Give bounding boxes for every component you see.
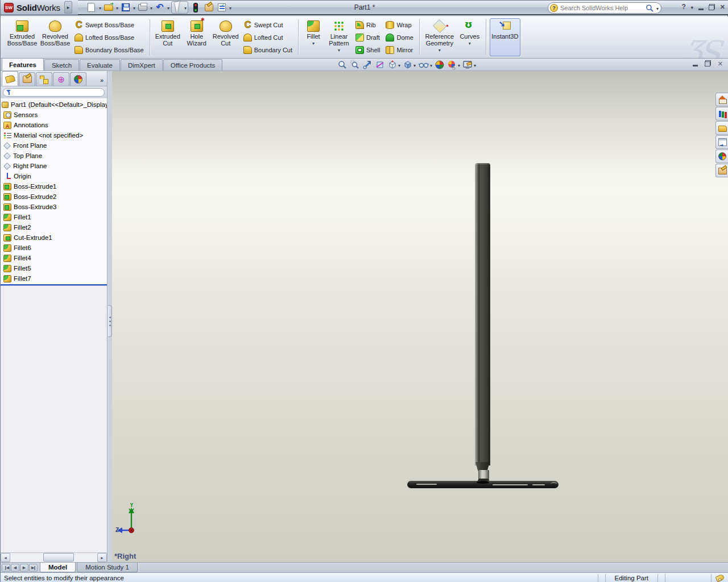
first-tab-button[interactable] [2,564,10,572]
hide-show-caret-icon[interactable] [430,61,432,68]
shell-button[interactable]: Shell [353,44,382,56]
panel-more-chevron-icon[interactable] [100,77,106,86]
select-caret-icon[interactable] [184,4,187,11]
model-stand-base[interactable] [407,481,559,488]
edit-appearance-button[interactable] [435,60,445,70]
select-tool-group[interactable] [171,1,188,14]
splitter-collapse-handle[interactable] [108,305,112,337]
swept-boss-button[interactable]: Swept Boss/Base [72,19,146,31]
lofted-cut-button[interactable]: Lofted Cut [241,31,295,43]
tree-item-material[interactable]: Material <not specified> [1,130,107,140]
hole-wizard-button[interactable]: Hole Wizard [183,18,210,56]
tree-item-origin[interactable]: Origin [1,171,107,181]
options-caret-icon[interactable] [229,4,231,11]
wrap-button[interactable]: Wrap [383,19,415,31]
tab-evaluate[interactable]: Evaluate [80,59,120,70]
rib-button[interactable]: Rib [353,19,382,31]
hide-show-items-button[interactable] [418,60,432,70]
tree-item-boss-extrude1[interactable]: Boss-Extrude1 [1,181,107,192]
last-tab-button[interactable] [29,564,38,572]
revolved-cut-button[interactable]: Revolved Cut [212,18,240,56]
dome-button[interactable]: Dome [383,31,415,43]
tree-item-cut-extrude1[interactable]: Cut-Extrude1 [1,232,107,243]
help-search-box[interactable] [548,2,661,14]
options-button[interactable] [216,2,228,13]
tree-item-annotations[interactable]: Annotations [1,120,107,130]
section-view-button[interactable] [375,60,385,70]
tree-item-fillet1[interactable]: Fillet1 [1,212,107,222]
tree-root-part[interactable]: Part1 (Default<<Default>_Display [1,99,107,110]
fillet-button[interactable]: Fillet [302,18,325,56]
help-caret-icon[interactable] [691,3,693,10]
featuremanager-tab[interactable] [2,71,18,86]
next-tab-button[interactable] [20,564,28,572]
file-properties-button[interactable] [203,2,214,13]
undo-button[interactable] [154,2,166,13]
print-button[interactable] [137,2,148,13]
tree-item-right-plane[interactable]: Right Plane [1,161,107,171]
instant3d-button[interactable]: Instant3D [490,18,520,56]
configurationmanager-tab[interactable] [36,72,52,86]
lofted-boss-button[interactable]: Lofted Boss/Base [72,31,146,43]
open-button[interactable] [103,2,114,13]
search-caret-icon[interactable] [656,5,659,11]
linear-pattern-caret-icon[interactable] [338,48,340,52]
new-caret-icon[interactable] [99,4,101,11]
appearances-scenes-tab[interactable] [715,149,728,163]
display-style-button[interactable] [403,60,416,70]
curves-button[interactable]: Curves [457,18,482,56]
minimize-button[interactable] [698,4,704,10]
tag-icon[interactable] [715,573,725,582]
doc-minimize-button[interactable] [693,60,698,68]
tree-item-fillet6[interactable]: Fillet6 [1,243,107,253]
revolved-boss-button[interactable]: Revolved Boss/Base [39,18,71,56]
propertymanager-tab[interactable] [19,72,35,86]
view-settings-caret-icon[interactable] [474,61,476,68]
undo-caret-icon[interactable] [167,4,169,11]
motion-study-tab[interactable]: Motion Study 1 [77,563,138,572]
open-caret-icon[interactable] [116,4,118,11]
tree-item-sensors[interactable]: Sensors [1,110,107,120]
tab-features[interactable]: Features [2,58,44,70]
scroll-track[interactable] [10,553,97,562]
doc-restore-button[interactable] [705,60,711,66]
boundary-boss-button[interactable]: Boundary Boss/Base [72,44,146,56]
view-palette-tab[interactable] [715,135,728,149]
displaymanager-tab[interactable] [70,72,86,86]
solidworks-resources-tab[interactable] [715,93,728,106]
print-caret-icon[interactable] [150,4,152,11]
zoom-to-fit-button[interactable] [337,60,348,70]
save-button[interactable] [120,2,131,13]
tree-item-fillet7[interactable]: Fillet7 [1,273,107,284]
tab-sketch[interactable]: Sketch [44,59,79,70]
linear-pattern-button[interactable]: Linear Pattern [326,18,352,56]
draft-button[interactable]: Draft [353,31,382,43]
scroll-right-button[interactable] [97,553,107,562]
extruded-boss-button[interactable]: Extruded Boss/Base [6,18,38,56]
design-library-tab[interactable] [715,107,728,120]
apply-scene-button[interactable] [447,60,460,70]
doc-close-button[interactable] [718,60,723,68]
mirror-button[interactable]: Mirror [383,44,415,56]
zoom-to-area-button[interactable] [350,60,360,70]
tree-item-boss-extrude3[interactable]: Boss-Extrude3 [1,202,107,212]
tab-office-products[interactable]: Office Products [163,59,222,70]
scroll-thumb[interactable] [43,553,74,562]
graphics-viewport[interactable]: Y Z *Right [112,71,728,562]
close-button[interactable] [720,3,725,11]
new-document-button[interactable] [86,2,97,13]
tree-filter-input[interactable] [3,88,105,97]
fillet-caret-icon[interactable] [312,41,315,45]
view-orientation-button[interactable] [387,60,400,70]
rebuild-button[interactable] [190,2,201,13]
tree-item-fillet5[interactable]: Fillet5 [1,263,107,273]
reference-geometry-button[interactable]: Reference Geometry [423,18,456,56]
menu-expand-chevron[interactable]: ▸ [64,1,72,14]
boundary-cut-button[interactable]: Boundary Cut [241,44,295,56]
scroll-left-button[interactable] [1,553,10,562]
help-button[interactable] [681,3,685,11]
tree-item-fillet4[interactable]: Fillet4 [1,253,107,263]
reference-geometry-caret-icon[interactable] [439,48,441,52]
panel-splitter[interactable] [108,71,112,562]
custom-properties-tab[interactable] [715,164,728,177]
